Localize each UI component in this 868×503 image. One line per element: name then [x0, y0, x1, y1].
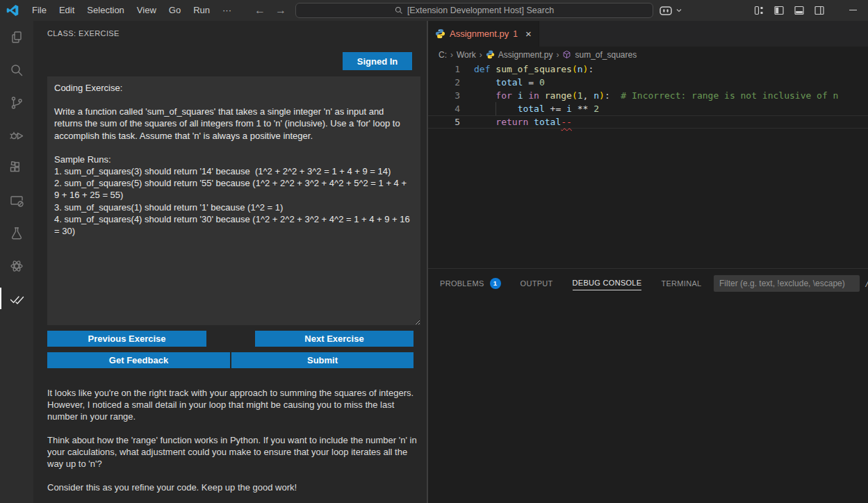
- chevron-right-icon: ›: [450, 50, 453, 60]
- panel-tab-debug-console[interactable]: DEBUG CONSOLE: [573, 276, 642, 290]
- problems-count-badge: 1: [490, 278, 501, 289]
- chevron-down-icon: [675, 7, 682, 14]
- run-and-debug-icon: [8, 127, 25, 144]
- get-feedback-button[interactable]: Get Feedback: [47, 352, 230, 368]
- minimize-button[interactable]: [849, 10, 857, 10]
- code-text: total = 0: [460, 76, 545, 89]
- search-icon: [8, 62, 25, 79]
- breadcrumb-file[interactable]: Assignment.py: [498, 50, 553, 60]
- code-line-1[interactable]: 1def sum_of_squares(n):: [428, 63, 868, 76]
- code-text: return total--: [460, 115, 572, 129]
- panel-tab-terminal[interactable]: TERMINAL: [661, 277, 701, 290]
- editor-group: Assignment.py 1 × C: › Work › Assignment…: [428, 21, 868, 503]
- sidebar-item-extensions[interactable]: [0, 151, 33, 184]
- search-icon: [395, 6, 403, 15]
- code-line-3[interactable]: 3 for i in range(1, n): # Incorrect: ran…: [428, 89, 868, 102]
- code-editor[interactable]: 1def sum_of_squares(n):2 total = 03 for …: [428, 63, 868, 268]
- exercise-textarea[interactable]: Coding Exercise: Write a function called…: [47, 76, 420, 325]
- openai-icon: [8, 258, 25, 274]
- sidebar-item-class-exercise[interactable]: [0, 282, 33, 315]
- debug-filter-input[interactable]: [714, 275, 860, 292]
- symbol-method-icon: [562, 50, 571, 59]
- search-placeholder-text: [Extension Development Host] Search: [407, 6, 554, 15]
- panel-tab-label: DEBUG CONSOLE: [573, 279, 642, 287]
- explorer-icon: [8, 29, 25, 46]
- title-bar: FileEditSelectionViewGoRun··· ← → [Exten…: [0, 0, 868, 21]
- previous-exercise-button[interactable]: Previous Exercise: [47, 331, 206, 347]
- panel-tab-label: OUTPUT: [521, 279, 553, 288]
- code-line-4[interactable]: 4 total += i ** 2: [428, 102, 868, 115]
- menu-file[interactable]: File: [26, 0, 53, 21]
- source-control-icon: [8, 94, 25, 111]
- remote-explorer-icon: [8, 192, 25, 209]
- code-line-2[interactable]: 2 total = 0: [428, 76, 868, 89]
- copilot-menu[interactable]: [659, 0, 682, 21]
- close-icon[interactable]: ×: [525, 28, 532, 39]
- menu-go[interactable]: Go: [163, 0, 187, 21]
- command-center-search[interactable]: [Extension Development Host] Search: [295, 3, 653, 18]
- menu-view[interactable]: View: [131, 0, 163, 21]
- tab-problem-count: 1: [513, 29, 518, 39]
- debug-console-content[interactable]: [428, 297, 868, 503]
- signed-in-button[interactable]: Signed In: [343, 52, 412, 70]
- code-text: total += i ** 2: [460, 102, 599, 115]
- customize-layout-icon[interactable]: [753, 5, 764, 16]
- code-line-5[interactable]: 5 return total--: [428, 115, 868, 129]
- history-nav: ← →: [254, 0, 286, 21]
- panel-tab-label: TERMINAL: [661, 279, 701, 288]
- line-number: 1: [428, 63, 460, 76]
- panel-tab-output[interactable]: OUTPUT: [521, 277, 553, 290]
- exercise-panel: CLASS: EXERCISE Signed In Coding Exercis…: [33, 21, 427, 503]
- filter-icon: ╱: [865, 280, 868, 287]
- menu-run[interactable]: Run: [187, 0, 216, 21]
- menu-edit[interactable]: Edit: [53, 0, 81, 21]
- line-number: 2: [428, 76, 460, 89]
- copilot-icon: [659, 5, 673, 16]
- panel-title: CLASS: EXERCISE: [47, 29, 120, 38]
- menu-selection[interactable]: Selection: [81, 0, 130, 21]
- breadcrumb: C: › Work › Assignment.py › sum_of_squar…: [428, 47, 868, 63]
- toggle-primary-sidebar-icon[interactable]: [773, 5, 785, 16]
- code-text: def sum_of_squares(n):: [460, 63, 593, 76]
- workbench: CLASS: EXERCISE Signed In Coding Exercis…: [0, 21, 868, 503]
- extensions-icon: [8, 160, 25, 176]
- sidebar-item-explorer[interactable]: [0, 21, 33, 53]
- breadcrumb-symbol[interactable]: sum_of_squares: [575, 50, 637, 60]
- sidebar-item-search[interactable]: [0, 53, 33, 86]
- editor-tab-bar: Assignment.py 1 ×: [428, 21, 868, 47]
- sidebar-item-openai-chat[interactable]: [0, 249, 33, 282]
- toggle-panel-icon[interactable]: [794, 5, 805, 16]
- double-check-icon: [8, 290, 25, 307]
- python-file-icon: [486, 50, 495, 59]
- line-number: 3: [428, 89, 460, 102]
- line-number: 5: [428, 115, 460, 129]
- chevron-right-icon: ›: [556, 50, 559, 60]
- breadcrumb-folder[interactable]: Work: [457, 50, 476, 60]
- tab-label: Assignment.py: [450, 28, 509, 39]
- code-text: for i in range(1, n): # Incorrect: range…: [460, 89, 838, 102]
- back-arrow-icon[interactable]: ←: [254, 4, 265, 17]
- submit-button[interactable]: Submit: [231, 352, 413, 368]
- menu-bar: FileEditSelectionViewGoRun···: [26, 0, 238, 21]
- next-exercise-button[interactable]: Next Exercise: [255, 331, 413, 347]
- breadcrumb-drive[interactable]: C:: [439, 50, 447, 60]
- python-file-icon: [435, 28, 445, 39]
- testing-beaker-icon: [8, 225, 25, 242]
- indent-guide: [496, 102, 496, 115]
- activity-bar: [0, 21, 33, 503]
- chevron-right-icon: ›: [480, 50, 482, 60]
- tab-assignment-py[interactable]: Assignment.py 1 ×: [428, 21, 539, 47]
- line-number: 4: [428, 102, 460, 115]
- layout-controls: [753, 0, 825, 21]
- sidebar-item-source-control[interactable]: [0, 86, 33, 119]
- panel-tab-problems[interactable]: PROBLEMS1: [440, 275, 501, 292]
- forward-arrow-icon[interactable]: →: [275, 4, 286, 17]
- menu-more[interactable]: ···: [216, 0, 238, 21]
- bottom-panel-tabs: PROBLEMS1OUTPUTDEBUG CONSOLETERMINALPORT…: [428, 268, 868, 297]
- sidebar-item-run-and-debug[interactable]: [0, 119, 33, 151]
- feedback-message: It looks like you're on the right track …: [47, 387, 417, 493]
- sidebar-item-testing[interactable]: [0, 217, 33, 249]
- panel-tab-label: PROBLEMS: [440, 279, 484, 288]
- sidebar-item-remote-explorer[interactable]: [0, 184, 33, 217]
- toggle-secondary-sidebar-icon[interactable]: [814, 5, 825, 16]
